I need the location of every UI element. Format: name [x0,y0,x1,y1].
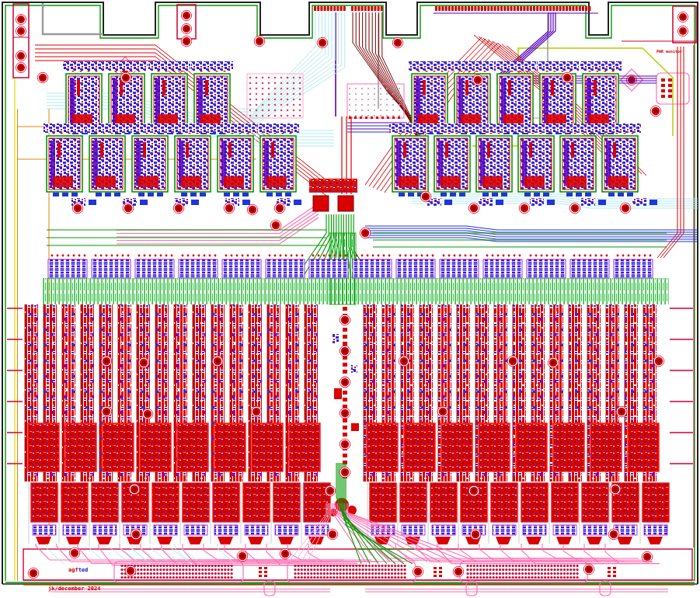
pcb-layout-canvas[interactable]: agfted jk/december 2024 PWR monitor [0,0,700,598]
title-author-blue: ted [78,567,89,573]
title-author: agfted [48,567,100,573]
title-author-red: agf [68,567,78,573]
title-date: jk/december 2024 [48,586,100,592]
power-columns [7,304,693,482]
mid-connector-row [43,255,669,304]
title-block: agfted jk/december 2024 [48,555,100,598]
pcb-board [0,0,700,598]
connector-label: PWR monitor [656,49,682,54]
